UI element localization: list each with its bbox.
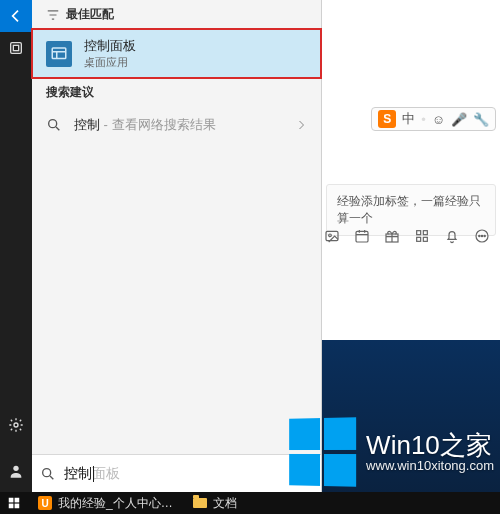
result-control-panel[interactable]: 控制面板 桌面应用 [32,29,321,78]
back-button[interactable] [0,0,32,32]
taskbar: U 我的经验_个人中心… 文档 [0,492,500,514]
svg-point-17 [481,235,482,236]
chevron-right-icon [295,119,307,131]
suggestions-header: 搜索建议 [32,78,321,107]
search-input-wrapper: 控制面板 控制 [62,466,313,482]
best-match-header: 最佳匹配 [32,0,321,29]
suggestion-tail: - 查看网络搜索结果 [100,117,216,132]
ime-face-icon[interactable]: ☺ [432,112,445,127]
filter-icon [46,8,60,22]
watermark-title: Win10之家 [366,432,494,459]
svg-rect-14 [423,237,427,241]
suggestion-main: 控制 [74,117,100,132]
search-icon [46,117,62,133]
svg-rect-20 [15,498,20,503]
result-text: 控制面板 桌面应用 [84,37,307,70]
win10-watermark: Win10之家 www.win10xitong.com [288,418,494,486]
bell-icon[interactable] [444,228,460,244]
search-box[interactable]: 控制面板 控制 [32,454,321,492]
folder-icon [193,498,207,508]
pinned-site-button[interactable] [0,32,32,64]
watermark-url: www.win10xitong.com [366,459,494,473]
svg-rect-19 [9,498,14,503]
ime-mic-icon[interactable]: 🎤 [451,112,467,127]
page-toolbar [324,228,490,244]
more-icon[interactable] [474,228,490,244]
gift-icon[interactable] [384,228,400,244]
svg-point-2 [14,423,18,427]
start-left-rail [0,0,32,492]
svg-point-5 [49,119,57,127]
search-icon [40,466,56,482]
taskbar-item-browser[interactable]: U 我的经验_个人中心… [28,492,183,514]
control-panel-icon [46,41,72,67]
windows-start-icon [7,496,21,510]
windows-logo-icon [289,417,356,486]
svg-rect-12 [423,231,427,235]
svg-point-8 [329,234,332,237]
svg-point-18 [484,235,485,236]
start-button[interactable] [0,492,28,514]
web-suggestion-row[interactable]: 控制 - 查看网络搜索结果 [32,107,321,142]
sogou-logo-icon: S [378,110,396,128]
svg-point-3 [13,466,18,471]
ime-toolbar[interactable]: S 中 • ☺ 🎤 🔧 [371,107,496,131]
user-icon [8,463,24,479]
taskbar-item-label: 我的经验_个人中心… [58,495,173,512]
svg-rect-13 [417,237,421,241]
gear-icon [8,417,24,433]
ime-tool-icon[interactable]: 🔧 [473,112,489,127]
suggestion-text: 控制 - 查看网络搜索结果 [74,115,283,134]
svg-point-15 [476,230,488,242]
svg-rect-9 [356,231,368,242]
result-title: 控制面板 [84,37,307,55]
back-icon [8,8,24,24]
grid-icon[interactable] [414,228,430,244]
image-icon[interactable] [324,228,340,244]
search-results-panel: 最佳匹配 控制面板 桌面应用 搜索建议 控制 - 查看网络搜索结果 控制面板 控… [32,0,322,492]
settings-button[interactable] [0,409,32,441]
user-button[interactable] [0,455,32,487]
result-subtitle: 桌面应用 [84,55,307,70]
ime-lang[interactable]: 中 [402,110,415,128]
ime-sep: • [421,112,426,127]
svg-rect-22 [15,504,20,509]
svg-rect-1 [13,45,18,50]
calendar-icon[interactable] [354,228,370,244]
svg-rect-4 [52,48,66,59]
svg-rect-0 [11,43,22,54]
svg-rect-21 [9,504,14,509]
uc-browser-icon: U [38,496,52,510]
taskbar-item-label: 文档 [213,495,237,512]
suggestions-label: 搜索建议 [46,84,94,101]
svg-point-6 [43,468,51,476]
taskbar-item-explorer[interactable]: 文档 [183,492,247,514]
pinned-site-icon [8,40,24,56]
svg-rect-11 [417,231,421,235]
svg-point-16 [479,235,480,236]
best-match-label: 最佳匹配 [66,6,114,23]
